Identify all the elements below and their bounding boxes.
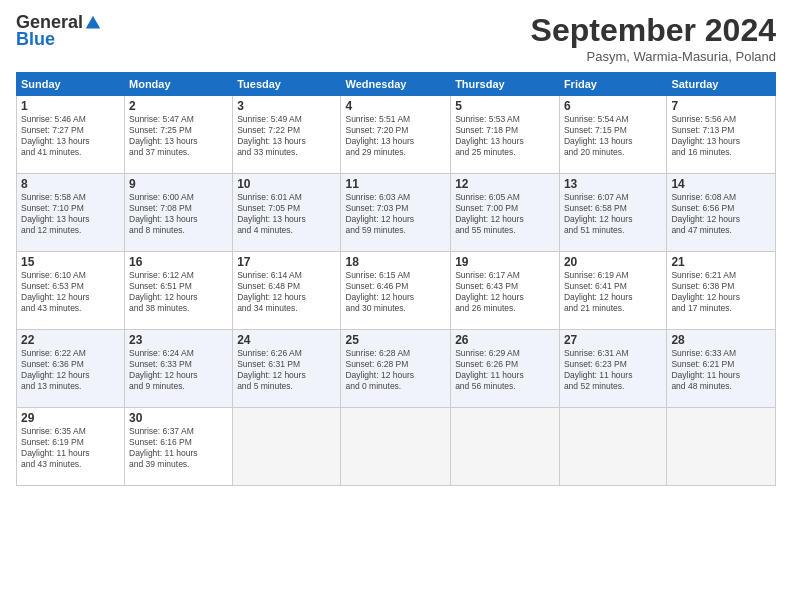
table-row: 8Sunrise: 5:58 AM Sunset: 7:10 PM Daylig…: [17, 174, 125, 252]
day-number: 12: [455, 177, 555, 191]
table-row: 5Sunrise: 5:53 AM Sunset: 7:18 PM Daylig…: [451, 96, 560, 174]
table-row: 15Sunrise: 6:10 AM Sunset: 6:53 PM Dayli…: [17, 252, 125, 330]
day-info: Sunrise: 6:35 AM Sunset: 6:19 PM Dayligh…: [21, 426, 120, 470]
table-row: 12Sunrise: 6:05 AM Sunset: 7:00 PM Dayli…: [451, 174, 560, 252]
day-info: Sunrise: 5:47 AM Sunset: 7:25 PM Dayligh…: [129, 114, 228, 158]
day-info: Sunrise: 5:49 AM Sunset: 7:22 PM Dayligh…: [237, 114, 336, 158]
day-info: Sunrise: 6:24 AM Sunset: 6:33 PM Dayligh…: [129, 348, 228, 392]
table-row: 17Sunrise: 6:14 AM Sunset: 6:48 PM Dayli…: [233, 252, 341, 330]
col-wednesday: Wednesday: [341, 73, 451, 96]
day-number: 16: [129, 255, 228, 269]
table-row: 1Sunrise: 5:46 AM Sunset: 7:27 PM Daylig…: [17, 96, 125, 174]
day-info: Sunrise: 6:31 AM Sunset: 6:23 PM Dayligh…: [564, 348, 662, 392]
day-number: 4: [345, 99, 446, 113]
logo-blue-text: Blue: [16, 29, 55, 50]
table-row: [451, 408, 560, 486]
day-info: Sunrise: 6:22 AM Sunset: 6:36 PM Dayligh…: [21, 348, 120, 392]
day-info: Sunrise: 5:51 AM Sunset: 7:20 PM Dayligh…: [345, 114, 446, 158]
location-subtitle: Pasym, Warmia-Masuria, Poland: [531, 49, 776, 64]
logo: General Blue: [16, 12, 102, 50]
day-info: Sunrise: 5:56 AM Sunset: 7:13 PM Dayligh…: [671, 114, 771, 158]
table-row: 26Sunrise: 6:29 AM Sunset: 6:26 PM Dayli…: [451, 330, 560, 408]
table-row: 7Sunrise: 5:56 AM Sunset: 7:13 PM Daylig…: [667, 96, 776, 174]
day-number: 24: [237, 333, 336, 347]
day-number: 9: [129, 177, 228, 191]
col-tuesday: Tuesday: [233, 73, 341, 96]
day-info: Sunrise: 5:46 AM Sunset: 7:27 PM Dayligh…: [21, 114, 120, 158]
table-row: 27Sunrise: 6:31 AM Sunset: 6:23 PM Dayli…: [559, 330, 666, 408]
day-number: 10: [237, 177, 336, 191]
table-row: 30Sunrise: 6:37 AM Sunset: 6:16 PM Dayli…: [125, 408, 233, 486]
day-info: Sunrise: 6:29 AM Sunset: 6:26 PM Dayligh…: [455, 348, 555, 392]
calendar: Sunday Monday Tuesday Wednesday Thursday…: [16, 72, 776, 486]
day-info: Sunrise: 6:28 AM Sunset: 6:28 PM Dayligh…: [345, 348, 446, 392]
svg-marker-0: [86, 15, 100, 28]
calendar-week-row: 29Sunrise: 6:35 AM Sunset: 6:19 PM Dayli…: [17, 408, 776, 486]
day-number: 6: [564, 99, 662, 113]
table-row: [233, 408, 341, 486]
table-row: 3Sunrise: 5:49 AM Sunset: 7:22 PM Daylig…: [233, 96, 341, 174]
day-info: Sunrise: 6:37 AM Sunset: 6:16 PM Dayligh…: [129, 426, 228, 470]
table-row: 11Sunrise: 6:03 AM Sunset: 7:03 PM Dayli…: [341, 174, 451, 252]
col-friday: Friday: [559, 73, 666, 96]
day-number: 13: [564, 177, 662, 191]
day-info: Sunrise: 6:21 AM Sunset: 6:38 PM Dayligh…: [671, 270, 771, 314]
day-info: Sunrise: 6:10 AM Sunset: 6:53 PM Dayligh…: [21, 270, 120, 314]
day-number: 3: [237, 99, 336, 113]
day-number: 23: [129, 333, 228, 347]
page: General Blue September 2024 Pasym, Warmi…: [0, 0, 792, 612]
day-number: 20: [564, 255, 662, 269]
day-number: 2: [129, 99, 228, 113]
day-number: 22: [21, 333, 120, 347]
col-saturday: Saturday: [667, 73, 776, 96]
col-sunday: Sunday: [17, 73, 125, 96]
table-row: 10Sunrise: 6:01 AM Sunset: 7:05 PM Dayli…: [233, 174, 341, 252]
header: General Blue September 2024 Pasym, Warmi…: [16, 12, 776, 64]
day-number: 30: [129, 411, 228, 425]
calendar-header-row: Sunday Monday Tuesday Wednesday Thursday…: [17, 73, 776, 96]
day-number: 28: [671, 333, 771, 347]
day-info: Sunrise: 6:01 AM Sunset: 7:05 PM Dayligh…: [237, 192, 336, 236]
table-row: 20Sunrise: 6:19 AM Sunset: 6:41 PM Dayli…: [559, 252, 666, 330]
table-row: [667, 408, 776, 486]
month-title: September 2024: [531, 12, 776, 49]
title-section: September 2024 Pasym, Warmia-Masuria, Po…: [531, 12, 776, 64]
day-info: Sunrise: 6:19 AM Sunset: 6:41 PM Dayligh…: [564, 270, 662, 314]
day-info: Sunrise: 6:03 AM Sunset: 7:03 PM Dayligh…: [345, 192, 446, 236]
table-row: 21Sunrise: 6:21 AM Sunset: 6:38 PM Dayli…: [667, 252, 776, 330]
day-info: Sunrise: 6:08 AM Sunset: 6:56 PM Dayligh…: [671, 192, 771, 236]
table-row: 29Sunrise: 6:35 AM Sunset: 6:19 PM Dayli…: [17, 408, 125, 486]
table-row: 18Sunrise: 6:15 AM Sunset: 6:46 PM Dayli…: [341, 252, 451, 330]
table-row: 22Sunrise: 6:22 AM Sunset: 6:36 PM Dayli…: [17, 330, 125, 408]
table-row: 6Sunrise: 5:54 AM Sunset: 7:15 PM Daylig…: [559, 96, 666, 174]
day-info: Sunrise: 5:54 AM Sunset: 7:15 PM Dayligh…: [564, 114, 662, 158]
day-number: 7: [671, 99, 771, 113]
calendar-week-row: 15Sunrise: 6:10 AM Sunset: 6:53 PM Dayli…: [17, 252, 776, 330]
day-number: 25: [345, 333, 446, 347]
day-info: Sunrise: 6:17 AM Sunset: 6:43 PM Dayligh…: [455, 270, 555, 314]
day-info: Sunrise: 6:00 AM Sunset: 7:08 PM Dayligh…: [129, 192, 228, 236]
table-row: 13Sunrise: 6:07 AM Sunset: 6:58 PM Dayli…: [559, 174, 666, 252]
day-number: 27: [564, 333, 662, 347]
col-monday: Monday: [125, 73, 233, 96]
table-row: 28Sunrise: 6:33 AM Sunset: 6:21 PM Dayli…: [667, 330, 776, 408]
day-info: Sunrise: 5:58 AM Sunset: 7:10 PM Dayligh…: [21, 192, 120, 236]
table-row: 9Sunrise: 6:00 AM Sunset: 7:08 PM Daylig…: [125, 174, 233, 252]
day-info: Sunrise: 6:05 AM Sunset: 7:00 PM Dayligh…: [455, 192, 555, 236]
day-number: 15: [21, 255, 120, 269]
day-number: 19: [455, 255, 555, 269]
day-info: Sunrise: 6:07 AM Sunset: 6:58 PM Dayligh…: [564, 192, 662, 236]
day-info: Sunrise: 5:53 AM Sunset: 7:18 PM Dayligh…: [455, 114, 555, 158]
calendar-week-row: 1Sunrise: 5:46 AM Sunset: 7:27 PM Daylig…: [17, 96, 776, 174]
table-row: 4Sunrise: 5:51 AM Sunset: 7:20 PM Daylig…: [341, 96, 451, 174]
table-row: [559, 408, 666, 486]
logo-icon: [84, 14, 102, 32]
day-number: 14: [671, 177, 771, 191]
calendar-week-row: 22Sunrise: 6:22 AM Sunset: 6:36 PM Dayli…: [17, 330, 776, 408]
day-info: Sunrise: 6:26 AM Sunset: 6:31 PM Dayligh…: [237, 348, 336, 392]
day-number: 8: [21, 177, 120, 191]
col-thursday: Thursday: [451, 73, 560, 96]
calendar-week-row: 8Sunrise: 5:58 AM Sunset: 7:10 PM Daylig…: [17, 174, 776, 252]
day-info: Sunrise: 6:14 AM Sunset: 6:48 PM Dayligh…: [237, 270, 336, 314]
day-number: 1: [21, 99, 120, 113]
